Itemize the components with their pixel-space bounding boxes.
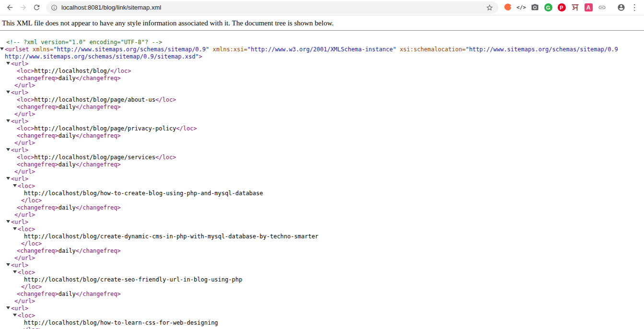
address-bar[interactable]: localhost:8081/blog/link/sitemap.xml bbox=[46, 1, 498, 14]
xml-url-close-tag: </url> bbox=[0, 298, 644, 305]
xml-style-notice: This XML file does not appear to have an… bbox=[0, 15, 644, 31]
xml-changefreq-element: <changefreq>daily</changefreq> bbox=[0, 132, 644, 140]
xml-tag: <url> bbox=[11, 118, 28, 125]
xml-attribute-name: xmlns= bbox=[29, 46, 54, 53]
xml-tag: <url> bbox=[11, 219, 28, 225]
page-info-icon[interactable] bbox=[51, 4, 58, 11]
collapse-arrow-icon[interactable] bbox=[13, 312, 18, 319]
xml-attribute-name: xmlns:xsi= bbox=[209, 46, 247, 53]
profile-avatar[interactable] bbox=[614, 1, 628, 14]
back-button[interactable] bbox=[3, 1, 16, 14]
xml-url-close-tag: </url> bbox=[0, 82, 644, 89]
xml-text: daily bbox=[59, 291, 76, 297]
xml-text: http://localhost/blog/how-to-learn-css-f… bbox=[24, 319, 218, 326]
url-text[interactable]: localhost:8081/blog/link/sitemap.xml bbox=[61, 4, 483, 11]
xml-tag: </url> bbox=[14, 168, 35, 175]
code-extension-icon[interactable]: </> bbox=[515, 1, 528, 14]
xml-tag: <changefreq> bbox=[17, 291, 59, 297]
xml-tag: </url> bbox=[14, 140, 35, 146]
xml-changefreq-element: <changefreq>daily</changefreq> bbox=[0, 104, 644, 111]
code-extension-label: </> bbox=[516, 4, 526, 11]
xml-tag: </loc> bbox=[155, 154, 176, 161]
forward-button[interactable] bbox=[16, 1, 30, 14]
xml-tag: </loc> bbox=[21, 283, 42, 290]
browser-toolbar: localhost:8081/blog/link/sitemap.xml </>… bbox=[0, 0, 644, 15]
collapse-arrow-icon[interactable] bbox=[6, 262, 11, 269]
collapse-arrow-icon[interactable] bbox=[6, 219, 11, 226]
collapse-arrow-icon[interactable] bbox=[6, 118, 11, 125]
collapse-arrow-icon[interactable] bbox=[6, 176, 11, 183]
xml-loc-value: http://localhost/blog/create-seo-friendl… bbox=[0, 276, 644, 283]
xml-tag: </changefreq> bbox=[76, 291, 121, 297]
xml-tag: <changefreq> bbox=[17, 247, 59, 254]
xml-tag: <url> bbox=[11, 305, 28, 312]
reload-button[interactable] bbox=[30, 1, 43, 14]
xml-loc-open-tag: <loc> bbox=[0, 183, 644, 190]
xml-loc-close-tag: </loc> bbox=[0, 197, 644, 204]
xml-attribute-value: "http://www.sitemaps.org/schemas/sitemap… bbox=[53, 46, 209, 53]
xml-loc-open-tag: <loc> bbox=[0, 312, 644, 319]
xml-tag: </url> bbox=[14, 255, 35, 261]
collapse-arrow-icon[interactable] bbox=[13, 183, 18, 190]
xml-tag: <urlset bbox=[5, 46, 29, 53]
xml-url-open-tag: <url> bbox=[0, 305, 644, 312]
xml-tag: <loc> bbox=[17, 96, 34, 103]
camera-extension-icon[interactable] bbox=[528, 1, 541, 14]
xml-tag: </loc> bbox=[21, 240, 42, 247]
xml-tag: <changefreq> bbox=[17, 132, 59, 139]
orange-extension-icon[interactable] bbox=[501, 1, 515, 14]
grammarly-extension-icon[interactable]: G bbox=[541, 1, 555, 14]
xml-loc-element: <loc>http://localhost/blog/page/privacy-… bbox=[0, 125, 644, 132]
xml-text: daily bbox=[59, 75, 76, 82]
pinterest-extension-icon[interactable]: P bbox=[555, 1, 568, 14]
xml-text: daily bbox=[59, 247, 76, 254]
xml-loc-value: http://localhost/blog/create-dynamic-cms… bbox=[0, 233, 644, 240]
xml-tag: <loc> bbox=[17, 125, 34, 132]
xml-url-open-tag: <url> bbox=[0, 89, 644, 96]
xml-tag: </changefreq> bbox=[76, 247, 121, 254]
xml-urlset-open-tag: <urlset xmlns="http://www.sitemaps.org/s… bbox=[0, 46, 644, 60]
xml-text: daily bbox=[59, 204, 76, 211]
collapse-arrow-icon[interactable] bbox=[6, 305, 11, 312]
collapse-arrow-icon[interactable] bbox=[13, 226, 18, 233]
collapse-arrow-icon[interactable] bbox=[6, 89, 11, 96]
link-extension-icon[interactable] bbox=[595, 1, 609, 14]
xml-tag: </changefreq> bbox=[76, 104, 121, 110]
xml-changefreq-element: <changefreq>daily</changefreq> bbox=[0, 204, 644, 212]
pinterest-letter: P bbox=[558, 3, 566, 12]
collapse-arrow-icon[interactable] bbox=[13, 269, 18, 276]
a-extension-letter: A bbox=[585, 3, 593, 12]
xml-tag: <changefreq> bbox=[17, 104, 59, 110]
xml-tree: <!-- ?xml version="1.0" encoding="UTF-8"… bbox=[0, 31, 644, 329]
xml-tag: </changefreq> bbox=[76, 161, 121, 168]
xml-text: http://localhost/blog/create-dynamic-cms… bbox=[24, 233, 318, 240]
xml-text: daily bbox=[59, 104, 76, 110]
xml-text: http://localhost/blog/how-to-create-blog… bbox=[24, 190, 263, 197]
xml-loc-value: http://localhost/blog/how-to-learn-css-f… bbox=[0, 319, 644, 327]
browser-menu-button[interactable]: ⋮ bbox=[628, 1, 641, 14]
xml-tag: </changefreq> bbox=[76, 75, 121, 82]
xml-url-close-tag: </url> bbox=[0, 140, 644, 147]
xml-tag: </loc> bbox=[21, 197, 42, 204]
kebab-menu-icon: ⋮ bbox=[631, 2, 639, 12]
hindi-translate-extension-icon[interactable] bbox=[568, 1, 582, 14]
xml-url-close-tag: </url> bbox=[0, 168, 644, 176]
xml-url-open-tag: <url> bbox=[0, 219, 644, 226]
xml-tag: </loc> bbox=[110, 68, 131, 74]
xml-url-open-tag: <url> bbox=[0, 176, 644, 183]
collapse-arrow-icon[interactable] bbox=[6, 60, 11, 68]
xml-tag: <url> bbox=[11, 262, 28, 269]
bookmark-star-icon[interactable] bbox=[486, 4, 493, 12]
xml-text: daily bbox=[59, 132, 76, 139]
a-extension-icon[interactable]: A bbox=[582, 1, 595, 14]
xml-loc-element: <loc>http://localhost/blog/page/about-us… bbox=[0, 96, 644, 104]
xml-loc-open-tag: <loc> bbox=[0, 226, 644, 233]
xml-tag: <url> bbox=[11, 89, 28, 96]
xml-tag: </changefreq> bbox=[76, 204, 121, 211]
xml-attribute-name: xsi:schemalocation= bbox=[396, 46, 466, 53]
back-arrow-icon bbox=[6, 3, 14, 12]
collapse-arrow-icon[interactable] bbox=[0, 46, 5, 53]
collapse-arrow-icon[interactable] bbox=[6, 147, 11, 154]
xml-changefreq-element: <changefreq>daily</changefreq> bbox=[0, 161, 644, 168]
forward-arrow-icon bbox=[19, 3, 27, 12]
